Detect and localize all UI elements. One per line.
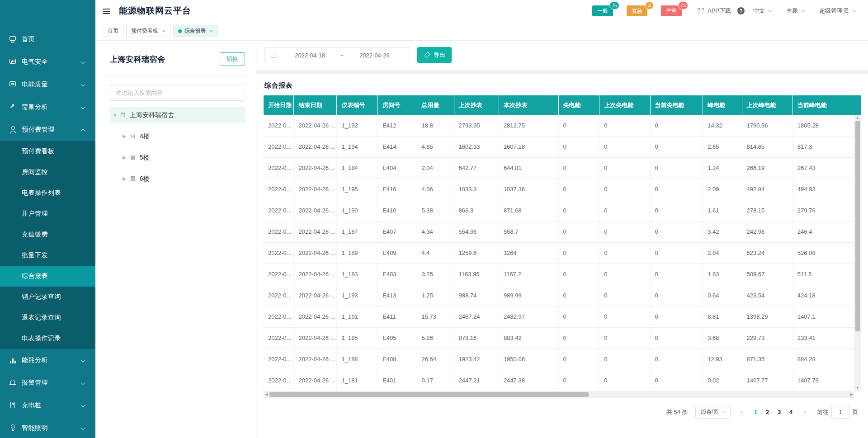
table-cell: 2022-04-26 ... xyxy=(294,285,337,306)
page-number-3[interactable]: 3 xyxy=(774,409,785,415)
caret-collapsed-icon[interactable]: ▶ xyxy=(123,155,130,160)
table-row: 2022-0...2022-04-26 ...1_183E4033.251163… xyxy=(264,264,854,285)
goto-page-input[interactable] xyxy=(831,406,849,419)
page-number-2[interactable]: 2 xyxy=(762,409,774,415)
vertical-scroll-thumb[interactable] xyxy=(855,121,860,331)
table-cell: E405 xyxy=(378,327,417,349)
page-number-4[interactable]: 4 xyxy=(785,409,797,415)
help-button[interactable] xyxy=(737,7,747,14)
sidebar-subitem-预付费看板[interactable]: 预付费看板 xyxy=(0,141,95,162)
tree-node-6楼[interactable]: ▶ 6楼 xyxy=(110,171,245,187)
caret-collapsed-icon[interactable]: ▶ xyxy=(123,133,130,139)
sidebar-item-首页[interactable]: 首页 xyxy=(0,28,95,51)
sidebar-subitem-退表记录查询[interactable]: 退表记录查询 xyxy=(0,307,95,328)
tree-node-4楼[interactable]: ▶ 4楼 xyxy=(110,128,245,144)
table-cell: 0 xyxy=(650,221,703,242)
sidebar-item-电气安全[interactable]: 电气安全 xyxy=(0,51,95,73)
close-icon[interactable]: × xyxy=(210,28,213,34)
table-cell: 884.28 xyxy=(793,349,854,370)
tree-node-root[interactable]: ▼ 上海安科瑞宿舍 xyxy=(110,107,245,123)
sidebar-subitem-批量下发[interactable]: 批量下发 xyxy=(0,245,95,266)
language-switcher[interactable]: 中文 xyxy=(753,7,773,15)
tree-search-input[interactable] xyxy=(110,85,245,101)
close-icon[interactable]: × xyxy=(162,28,165,34)
report-panel: 综合报表 开始日期结束日期仪表编号房间号总用量上次抄表本次抄表尖电能上次尖电能当… xyxy=(256,74,868,438)
table-cell: 1_194 xyxy=(337,136,378,157)
tab-首页[interactable]: 首页 xyxy=(103,25,123,37)
table-cell: 1950.06 xyxy=(499,349,558,370)
table-cell: 2022-0... xyxy=(264,306,294,327)
page-number-1[interactable]: 1 xyxy=(750,409,762,415)
end-date-value[interactable]: 2022-04-26 xyxy=(345,52,404,59)
table-cell: 0 xyxy=(650,242,703,264)
table-cell: E409 xyxy=(378,242,417,264)
export-button[interactable]: 导出 xyxy=(417,47,452,63)
caret-expanded-icon[interactable]: ▼ xyxy=(113,113,120,118)
sidebar-item-电能质量[interactable]: 电能质量 xyxy=(0,73,95,96)
alarm-badge-urgent[interactable]: 紧急 3 xyxy=(627,5,647,16)
sidebar-subitem-电表操作列表[interactable]: 电表操作列表 xyxy=(0,183,95,203)
caret-collapsed-icon[interactable]: ▶ xyxy=(123,176,130,182)
next-page-button[interactable]: › xyxy=(802,409,809,415)
scroll-down-icon[interactable]: ▼ xyxy=(854,386,861,391)
table-cell: 266.19 xyxy=(742,157,793,179)
sidebar-subitem-房间监控[interactable]: 房间监控 xyxy=(0,162,95,183)
sidebar-subitem-销户记录查询[interactable]: 销户记录查询 xyxy=(0,287,95,307)
date-range-picker[interactable]: 2022-04-18 ~ 2022-04-26 xyxy=(264,47,410,63)
table-cell: 2022-0... xyxy=(264,179,294,200)
column-header-上次尖电能: 上次尖电能 xyxy=(599,95,650,115)
table-cell: 0 xyxy=(650,370,703,391)
menu-collapse-icon[interactable] xyxy=(103,7,113,17)
theme-switcher[interactable]: 主题 xyxy=(786,7,806,15)
alarm-badge-severe[interactable]: 严重 73 xyxy=(661,5,682,16)
sidebar-submenu: 预付费看板房间监控电表操作列表开户管理充值缴费批量下发综合报表销户记录查询退表记… xyxy=(0,141,95,349)
chevron-down-icon xyxy=(81,358,85,363)
sidebar-subitem-充值缴费[interactable]: 充值缴费 xyxy=(0,224,95,245)
scroll-left-icon[interactable]: ◀ xyxy=(264,391,269,398)
tree-node-5楼[interactable]: ▶ 5楼 xyxy=(110,150,245,165)
export-button-label: 导出 xyxy=(434,51,445,59)
page-title: 能源物联网云平台 xyxy=(119,5,191,17)
sidebar-item-需量分析[interactable]: 需量分析 xyxy=(0,96,95,118)
tab-综合报表[interactable]: 综合报表× xyxy=(173,25,218,37)
tab-预付费看板[interactable]: 预付费看板× xyxy=(126,25,170,37)
sidebar-item-label: 需量分析 xyxy=(22,103,81,111)
table-cell: 1163.95 xyxy=(454,264,499,285)
scroll-up-icon[interactable]: ▲ xyxy=(854,115,861,121)
table-cell: 0.02 xyxy=(703,370,742,391)
page-size-select[interactable]: 15条/页 xyxy=(695,406,731,419)
table-cell: 871.35 xyxy=(742,349,793,370)
sidebar-subitem-开户管理[interactable]: 开户管理 xyxy=(0,203,95,224)
table-cell: E401 xyxy=(378,370,417,391)
chevron-down-icon xyxy=(852,8,856,13)
table-cell: 1407.1 xyxy=(793,306,854,327)
app-download-link[interactable]: APP下载 xyxy=(697,7,731,15)
table-row: 2022-0...2022-04-26 ...1_185E4055.26878.… xyxy=(264,327,854,349)
scroll-right-icon[interactable]: ▶ xyxy=(849,391,854,398)
table-cell: 3.42 xyxy=(703,221,742,242)
pile-icon xyxy=(9,402,17,409)
sidebar-subitem-综合报表[interactable]: 综合报表 xyxy=(0,266,95,287)
sidebar-item-预付费管理[interactable]: 预付费管理 xyxy=(0,118,95,141)
horizontal-scrollbar[interactable]: ◀ ▶ xyxy=(264,391,854,398)
table-cell: 1_195 xyxy=(337,179,378,200)
sidebar-item-智能照明[interactable]: 智能照明 xyxy=(0,417,95,438)
alarm-badge-normal[interactable]: 一般 75 xyxy=(592,5,613,16)
tab-bar: 首页预付费看板×综合报表× xyxy=(95,22,868,41)
table-cell: 2447.21 xyxy=(454,370,499,391)
switch-building-button[interactable]: 切换 xyxy=(220,52,245,66)
goto-suffix: 页 xyxy=(852,408,858,416)
vertical-scrollbar[interactable]: ▲ ▼ xyxy=(854,115,861,391)
sidebar-item-报警管理[interactable]: 报警管理 xyxy=(0,372,95,394)
table-cell: 278.15 xyxy=(742,200,793,221)
start-date-value[interactable]: 2022-04-18 xyxy=(280,52,340,59)
user-menu[interactable]: 超级管理员 xyxy=(819,7,856,15)
sidebar-item-能耗分析[interactable]: 能耗分析 xyxy=(0,349,95,372)
table-cell: E413 xyxy=(378,285,417,306)
table-cell: 1033.3 xyxy=(454,179,499,200)
column-header-本次抄表: 本次抄表 xyxy=(499,95,558,115)
prev-page-button[interactable]: ‹ xyxy=(738,409,745,415)
sidebar-subitem-电表操作记录[interactable]: 电表操作记录 xyxy=(0,328,95,349)
sidebar-item-充电桩[interactable]: 充电桩 xyxy=(0,394,95,417)
horizontal-scroll-thumb[interactable] xyxy=(269,392,589,397)
